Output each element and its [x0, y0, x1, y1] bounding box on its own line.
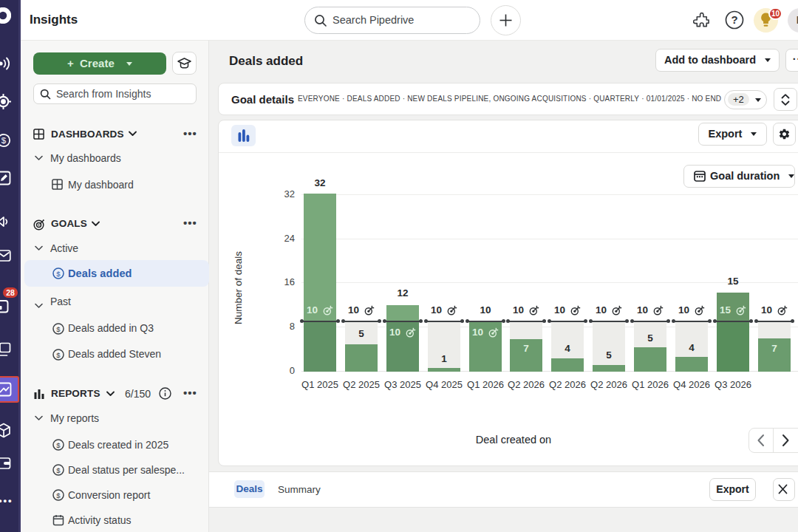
- svg-text:$: $: [56, 270, 61, 278]
- svg-text:$: $: [56, 491, 61, 499]
- svg-text:$: $: [56, 466, 61, 474]
- svg-text:$: $: [56, 325, 61, 333]
- svg-text:$: $: [56, 351, 61, 359]
- svg-text:$: $: [56, 441, 61, 449]
- svg-text:$: $: [1, 136, 7, 145]
